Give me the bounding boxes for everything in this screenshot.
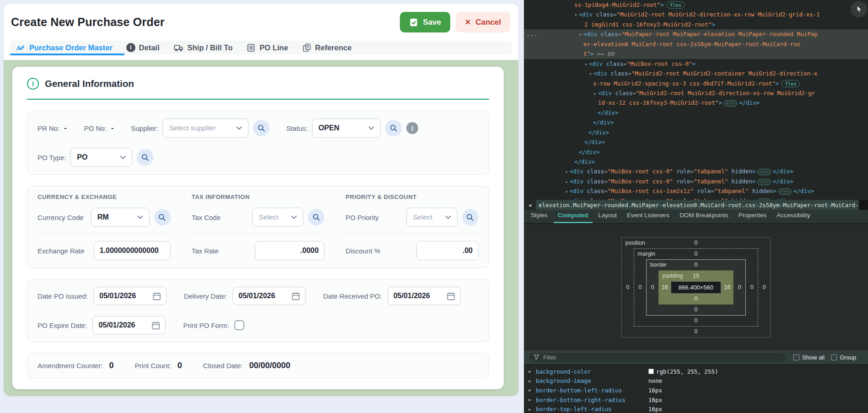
box-model-margin[interactable]: margin0 0 border0 0 padding15 16 — [634, 248, 758, 327]
devtools-element-line[interactable]: s-row MuiGrid2-spacing-xs-3 css-dkd71f-M… — [524, 79, 868, 88]
supplier-select[interactable]: Select supplier — [162, 118, 248, 138]
tab-reference[interactable]: Reference — [302, 43, 352, 53]
flex-badge[interactable]: flex — [782, 80, 799, 87]
devtools-tab-layout[interactable]: Layout — [594, 209, 621, 223]
status-search-button[interactable] — [385, 120, 402, 136]
po-type-search-button[interactable] — [137, 149, 153, 166]
devtools-element-line[interactable]: ▾<div class="MuiGrid2-root MuiGrid2-cont… — [524, 69, 868, 78]
breadcrumb[interactable]: elevation.MuiPaper-rounded.MuiPaper-elev… — [536, 202, 859, 209]
breadcrumb-back-button[interactable]: ◀ — [524, 200, 536, 210]
po-priority-select[interactable]: Select — [406, 208, 458, 227]
expand-closed-icon[interactable]: ▸ — [564, 187, 570, 196]
expand-open-icon[interactable]: ▾ — [577, 30, 583, 39]
devtools-element-line[interactable]: 2 imgGird1 css-16fnxy3-MuiGrid2-root"> — [524, 20, 868, 29]
tax-rate-input[interactable]: .0000 — [255, 241, 324, 260]
devtools-element-line[interactable]: ▸<div class="MuiBox-root css-0" role="ta… — [524, 177, 868, 186]
expand-closed-icon[interactable]: ▸ — [592, 89, 598, 98]
supplier-search-button[interactable] — [253, 120, 270, 136]
tax-code-search-button[interactable] — [308, 209, 324, 225]
po-priority-search-button[interactable] — [462, 209, 479, 225]
po-expire-date-input[interactable]: 05/01/2026 — [92, 316, 166, 334]
devtools-element-line[interactable]: </div> — [524, 157, 868, 166]
expand-closed-icon[interactable]: ▶ — [524, 397, 536, 402]
box-model-border[interactable]: border0 0 padding15 16 866.400×560 16 — [646, 259, 746, 316]
expand-closed-icon[interactable]: ▶ — [524, 379, 536, 383]
computed-property-row[interactable]: ▶border-bottom-right-radius16px — [524, 395, 868, 405]
group-checkbox[interactable]: Group — [831, 354, 856, 361]
discount-input[interactable]: .00 — [416, 241, 479, 260]
devtools-element-line[interactable]: </div> — [524, 108, 868, 118]
expand-closed-icon[interactable]: ▸ — [564, 177, 570, 187]
ellipsis-pill[interactable]: ··· — [757, 169, 771, 175]
devtools-tab-computed[interactable]: Computed — [554, 209, 593, 223]
box-model-content[interactable]: 866.400×560 — [671, 281, 721, 294]
expand-open-icon[interactable]: ▾ — [583, 59, 589, 69]
ellipsis-pill[interactable]: ··· — [757, 179, 771, 185]
currency-search-button[interactable] — [154, 209, 171, 225]
devtools-element-line[interactable]: ▾<div class="MuiGrid2-root MuiGrid2-dire… — [524, 10, 868, 19]
property-name: border-bottom-right-radius — [536, 397, 648, 403]
calendar-icon[interactable] — [152, 291, 162, 301]
calendar-icon[interactable] — [446, 291, 456, 301]
expand-open-icon[interactable]: ▾ — [573, 10, 579, 20]
devtools-element-line[interactable]: ▸<div class="MuiBox-root css-0" role="ta… — [524, 196, 868, 200]
calendar-icon[interactable] — [291, 291, 301, 301]
flex-badge[interactable]: flex — [667, 1, 685, 9]
devtools-element-line[interactable]: ▾<div class="MuiBox-root css-0"> — [524, 59, 868, 69]
computed-property-row[interactable]: ▶background-imagenone — [524, 376, 868, 386]
tab-ship-bill-to[interactable]: Ship / Bill To — [173, 43, 233, 53]
expand-open-icon[interactable]: ▾ — [588, 69, 593, 79]
devtools-tab-dom-breakpoints[interactable]: DOM Breakpoints — [675, 209, 733, 223]
code-token: <div — [598, 90, 612, 97]
print-count-label: Print Count: — [135, 362, 171, 370]
margin-right-value: 0 — [746, 284, 758, 290]
devtools-tab-accessibility[interactable]: Accessibility — [772, 209, 814, 223]
ellipsis-pill[interactable]: ··· — [778, 188, 792, 195]
calendar-icon[interactable] — [151, 321, 161, 330]
devtools-element-line[interactable]: id-xs-12 css-16fnxy3-MuiGrid2-root">···<… — [524, 98, 868, 107]
tab-purchase-order-master[interactable]: Purchase Order Master — [16, 43, 113, 53]
padding-right-value: 16 — [721, 284, 733, 290]
box-model-position[interactable]: position0 0 margin0 0 border0 0 padding1… — [621, 237, 771, 338]
box-model-padding[interactable]: padding15 16 866.400×560 16 0 — [658, 270, 733, 305]
expand-closed-icon[interactable]: ▶ — [524, 388, 536, 392]
devtools-element-line[interactable]: er-elevation0 MuiCard-root css-2s58ym-Mu… — [524, 39, 868, 49]
devtools-element-line[interactable]: ▸<div class="MuiBox-root css-0" role="ta… — [524, 166, 868, 176]
devtools-tab-event-listeners[interactable]: Event Listeners — [623, 209, 674, 223]
devtools-tab-styles[interactable]: Styles — [527, 209, 552, 223]
devtools-element-line[interactable]: </div> — [524, 118, 868, 127]
computed-property-row[interactable]: ▶border-top-left-radius16px — [524, 404, 868, 413]
delivery-date-input[interactable]: 05/01/2026 — [232, 287, 306, 305]
computed-property-row[interactable]: ▶background-colorrgb(255, 255, 255) — [524, 367, 868, 376]
po-type-select[interactable]: PO — [70, 148, 132, 167]
breadcrumb-scroll-button[interactable] — [859, 200, 868, 210]
devtools-element-line[interactable]: ss-1pi8xg4-MuiGrid2-root">flex — [524, 0, 868, 10]
tab-po-line[interactable]: PO Line — [246, 43, 288, 53]
exchange-rate-input[interactable]: 1.0000000000000 — [94, 241, 171, 260]
computed-property-row[interactable]: ▶border-bottom-left-radius16px — [524, 386, 868, 395]
devtools-element-line[interactable]: t"> == $0 — [524, 49, 868, 59]
filter-input[interactable]: Filter — [528, 352, 787, 363]
devtools-element-line[interactable]: ▸<div class="MuiBox-root css-1sm2s1z" ro… — [524, 186, 868, 196]
date-received-po-input[interactable]: 05/01/2026 — [388, 287, 461, 305]
devtools-element-line[interactable]: </div> — [524, 147, 868, 157]
devtools-tab-properties[interactable]: Properties — [734, 209, 771, 223]
expand-closed-icon[interactable]: ▶ — [524, 407, 536, 412]
devtools-element-line[interactable]: </div> — [524, 128, 868, 137]
cancel-button[interactable]: ✕ Cancel — [456, 12, 510, 32]
devtools-element-line[interactable]: </div> — [524, 137, 868, 147]
tax-code-select[interactable]: Select — [252, 208, 303, 227]
currency-code-select[interactable]: RM — [91, 208, 150, 227]
expand-closed-icon[interactable]: ▶ — [524, 369, 536, 374]
date-po-issued-input[interactable]: 05/01/2026 — [93, 287, 167, 305]
devtools-element-line[interactable]: ▸<div class="MuiGrid2-root MuiGrid2-dire… — [524, 88, 868, 98]
ellipsis-pill[interactable]: ··· — [724, 100, 737, 107]
print-po-form-checkbox[interactable] — [234, 320, 244, 330]
save-button[interactable]: Save — [400, 12, 450, 32]
status-select[interactable]: OPEN — [312, 118, 381, 138]
expand-closed-icon[interactable]: ▸ — [564, 167, 570, 177]
tab-detail[interactable]: i Detail — [126, 43, 160, 52]
show-all-checkbox[interactable]: Show all — [793, 354, 825, 361]
devtools-element-line[interactable]: ...▾<div class="MuiPaper-root MuiPaper-e… — [524, 29, 868, 39]
expand-closed-icon[interactable]: ▸ — [564, 197, 570, 200]
